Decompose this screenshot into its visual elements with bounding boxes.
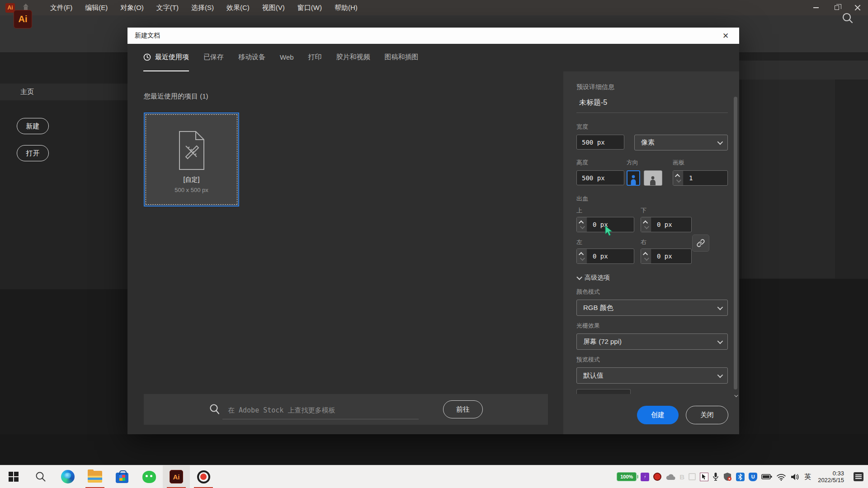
preview-mode-value: 默认值 bbox=[583, 371, 604, 380]
tab-saved[interactable]: 已保存 bbox=[203, 44, 224, 71]
scrollbar-down-arrow[interactable] bbox=[733, 393, 738, 399]
menu-window[interactable]: 窗口(W) bbox=[291, 0, 328, 15]
chevron-down-icon bbox=[576, 274, 582, 280]
menu-type[interactable]: 文字(T) bbox=[150, 0, 185, 15]
illustrator-icon: Ai bbox=[170, 470, 183, 483]
raster-effects-dropdown[interactable]: 屏幕 (72 ppi) bbox=[576, 333, 728, 350]
bleed-link-button[interactable] bbox=[692, 235, 709, 252]
preview-mode-dropdown[interactable]: 默认值 bbox=[576, 367, 728, 384]
search-icon bbox=[35, 471, 47, 483]
menu-object[interactable]: 对象(O) bbox=[114, 0, 150, 15]
orientation-landscape-button[interactable] bbox=[644, 170, 662, 186]
sidebar-item-home[interactable]: 主页 bbox=[0, 84, 127, 100]
tab-recent-label: 最近使用项 bbox=[155, 53, 189, 61]
menu-file[interactable]: 文件(F) bbox=[44, 0, 79, 15]
microphone-icon[interactable] bbox=[712, 472, 719, 481]
document-name-input[interactable] bbox=[576, 99, 728, 113]
new-file-button[interactable]: 新建 bbox=[17, 118, 49, 134]
artboards-stepper-buttons[interactable] bbox=[673, 171, 684, 185]
bleed-right-stepper[interactable] bbox=[641, 249, 651, 263]
stock-search-input[interactable] bbox=[228, 406, 419, 414]
taskbar: Ai 100% B U bbox=[0, 465, 868, 488]
bleed-bottom-input[interactable] bbox=[651, 217, 691, 232]
taskbar-file-explorer[interactable] bbox=[81, 465, 108, 488]
menu-edit[interactable]: 编辑(E) bbox=[79, 0, 114, 15]
taskbar-screen-recorder[interactable] bbox=[190, 465, 217, 488]
tab-web-label: Web bbox=[280, 53, 294, 61]
u-security-icon[interactable]: U bbox=[749, 473, 757, 481]
edge-icon bbox=[61, 470, 75, 483]
home-search-icon[interactable] bbox=[840, 11, 855, 26]
artboards-input[interactable] bbox=[684, 171, 727, 185]
bleed-top-stepper[interactable] bbox=[577, 217, 587, 232]
tab-art-illustration[interactable]: 图稿和插图 bbox=[385, 44, 419, 71]
b-tray-icon[interactable]: B bbox=[679, 473, 684, 481]
taskbar-microsoft-store[interactable] bbox=[108, 465, 136, 488]
menu-select[interactable]: 选择(S) bbox=[185, 0, 220, 15]
file-explorer-icon bbox=[88, 471, 102, 483]
recorder-icon bbox=[197, 470, 210, 483]
close-button[interactable]: 关闭 bbox=[686, 406, 728, 424]
minimize-button[interactable] bbox=[806, 0, 826, 15]
advanced-options-label: 高级选项 bbox=[585, 274, 610, 282]
color-mode-dropdown[interactable]: RGB 颜色 bbox=[576, 300, 728, 316]
language-indicator[interactable]: 英 bbox=[803, 473, 812, 481]
raster-effects-label: 光栅效果 bbox=[576, 322, 728, 330]
restore-icon bbox=[835, 5, 839, 10]
preview-mode-label: 预览模式 bbox=[576, 356, 728, 364]
height-input[interactable] bbox=[576, 170, 624, 185]
security-shield-icon[interactable] bbox=[723, 472, 732, 481]
dialog-close-button[interactable]: ✕ bbox=[719, 31, 732, 41]
menu-view[interactable]: 视图(V) bbox=[256, 0, 291, 15]
home-right-panel bbox=[742, 80, 835, 278]
stock-search-field bbox=[209, 403, 419, 416]
advanced-options-toggle[interactable]: 高级选项 bbox=[576, 274, 728, 282]
pointer-tray-icon[interactable] bbox=[700, 473, 708, 481]
stock-go-button[interactable]: 前往 bbox=[443, 400, 483, 418]
bleed-bottom-stepper[interactable] bbox=[641, 217, 651, 232]
taskbar-search-button[interactable] bbox=[27, 465, 54, 488]
purple-utility-icon[interactable] bbox=[641, 473, 649, 481]
start-button[interactable] bbox=[0, 465, 27, 488]
recording-tray-icon[interactable] bbox=[653, 473, 661, 481]
open-file-button[interactable]: 打开 bbox=[17, 145, 49, 161]
taskbar-edge[interactable] bbox=[54, 465, 81, 488]
search-icon bbox=[209, 403, 221, 416]
chevron-down-icon bbox=[717, 304, 723, 310]
menu-effect[interactable]: 效果(C) bbox=[220, 0, 256, 15]
power-plug-icon[interactable] bbox=[610, 473, 614, 480]
taskbar-illustrator[interactable]: Ai bbox=[163, 465, 190, 488]
recent-files-area: 您最近使用的项目 (1) [自定] 500 x 500 px bbox=[127, 71, 563, 434]
faint-box-tray-icon[interactable] bbox=[689, 473, 696, 480]
taskbar-clock[interactable]: 0:33 2022/5/15 bbox=[816, 470, 846, 483]
scrollbar-thumb[interactable] bbox=[734, 97, 737, 389]
tab-recent[interactable]: 最近使用项 bbox=[143, 44, 189, 71]
bleed-left-stepper[interactable] bbox=[577, 249, 587, 263]
unit-dropdown[interactable]: 像素 bbox=[634, 135, 728, 150]
artboards-stepper bbox=[673, 170, 728, 186]
tab-mobile[interactable]: 移动设备 bbox=[238, 44, 265, 71]
tab-film-video[interactable]: 胶片和视频 bbox=[336, 44, 370, 71]
cloud-icon[interactable] bbox=[665, 473, 675, 481]
chevron-down-icon bbox=[717, 372, 723, 378]
action-center-icon[interactable] bbox=[854, 472, 863, 481]
wifi-icon[interactable] bbox=[776, 473, 786, 481]
menu-help[interactable]: 帮助(H) bbox=[328, 0, 364, 15]
panel-scrollbar[interactable] bbox=[733, 97, 738, 389]
new-document-dialog: 新建文档 ✕ 最近使用项 已保存 移动设备 Web 打印 胶片和视频 图稿和插图… bbox=[127, 28, 739, 434]
bluetooth-icon[interactable] bbox=[736, 473, 745, 481]
bleed-right-input[interactable] bbox=[651, 249, 691, 263]
battery-status[interactable]: 100% bbox=[617, 472, 637, 481]
bleed-left-input[interactable] bbox=[587, 249, 634, 263]
width-input[interactable] bbox=[576, 135, 624, 150]
recent-file-card[interactable]: [自定] 500 x 500 px bbox=[144, 113, 239, 206]
tab-art-illustration-label: 图稿和插图 bbox=[385, 53, 419, 61]
tab-web[interactable]: Web bbox=[280, 44, 294, 71]
wechat-icon bbox=[142, 471, 156, 483]
speaker-icon[interactable] bbox=[790, 473, 799, 481]
create-button[interactable]: 创建 bbox=[637, 406, 679, 424]
tab-print[interactable]: 打印 bbox=[308, 44, 322, 71]
battery-icon[interactable] bbox=[761, 474, 772, 480]
orientation-portrait-button[interactable] bbox=[627, 170, 640, 186]
taskbar-wechat[interactable] bbox=[136, 465, 163, 488]
